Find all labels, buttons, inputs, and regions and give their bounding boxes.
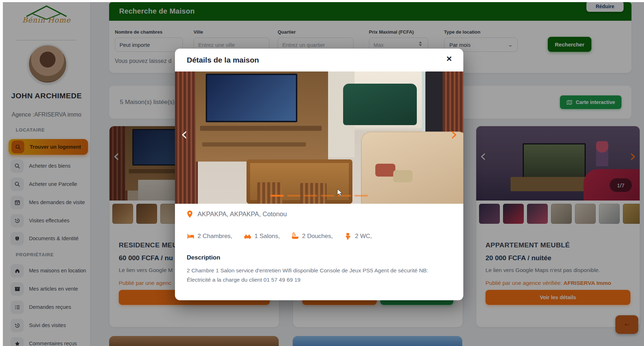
feature-label: 2 Douches,: [302, 233, 333, 240]
feature-label: 2 Chambres,: [197, 233, 232, 240]
description-text: 2 Chambre 1 Salon service d'entretien Wi…: [187, 266, 437, 285]
carousel-dash[interactable]: [304, 195, 318, 197]
window-edge-left: [0, 0, 3, 346]
modal-photo-carousel: ‹ ›: [175, 71, 463, 204]
location-pin-icon: [187, 210, 193, 218]
house-details-modal: Détails de la maison × ‹ ›: [175, 49, 463, 300]
carousel-next-icon[interactable]: ›: [450, 125, 458, 143]
feature-showers: 2 Douches,: [291, 232, 333, 240]
app-window: Bénin Home JOHN ARCHIMEDE Agence :AFRISE…: [0, 0, 644, 346]
carousel-prev-icon[interactable]: ‹: [181, 125, 188, 143]
carousel-dash[interactable]: [321, 195, 335, 197]
photo-shelf-2: [202, 142, 306, 147]
feature-label: 1 Salons,: [254, 233, 280, 240]
description-title: Description: [187, 254, 220, 261]
photo-shelf: [200, 126, 322, 131]
bed-icon: [187, 232, 195, 240]
features-row: 2 Chambres, 1 Salons, 2 Douches, 2 WC,: [187, 232, 380, 240]
toilet-icon: [344, 232, 352, 240]
sofa-icon: [244, 232, 252, 240]
photo-chair: [257, 182, 282, 204]
mouse-cursor: [337, 189, 343, 197]
close-icon[interactable]: ×: [444, 54, 454, 64]
photo-pillow: [375, 164, 395, 177]
photo-chair: [300, 183, 327, 204]
feature-livingrooms: 1 Salons,: [244, 232, 280, 240]
carousel-dash-active[interactable]: [270, 195, 284, 197]
carousel-indicator: [270, 195, 368, 197]
location-row: AKPAKPA, AKPAKPA, Cotonou: [187, 210, 287, 218]
feature-label: 2 WC,: [355, 233, 372, 240]
carousel-dash[interactable]: [287, 195, 301, 197]
feature-bedrooms: 2 Chambres,: [187, 232, 232, 240]
modal-title: Détails de la maison: [187, 56, 259, 64]
carousel-dash[interactable]: [355, 195, 368, 197]
photo-pillow: [393, 170, 413, 182]
bath-icon: [291, 232, 299, 240]
feature-wc: 2 WC,: [344, 232, 372, 240]
photo-green-sofa: [343, 84, 417, 125]
location-text: AKPAKPA, AKPAKPA, Cotonou: [197, 211, 287, 218]
photo-tv: [206, 74, 297, 122]
